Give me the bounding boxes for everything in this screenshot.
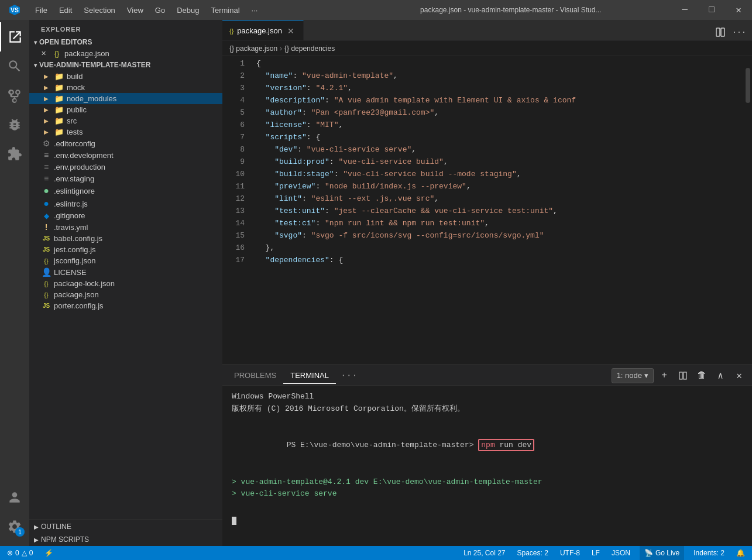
tree-item-node-modules[interactable]: ▶ 📁 node_modules	[29, 93, 222, 104]
tree-item-package-lock[interactable]: {} package-lock.json	[29, 278, 222, 289]
new-terminal-button[interactable]: +	[656, 367, 672, 384]
split-editor-button[interactable]	[712, 24, 729, 40]
tree-item-babel[interactable]: JS babel.config.js	[29, 233, 222, 244]
maximize-panel-button[interactable]: ∧	[712, 367, 729, 384]
tree-item-license[interactable]: 👤 LICENSE	[29, 266, 222, 278]
status-sync[interactable]: ⚡	[42, 546, 56, 560]
breadcrumb: {} package.json › {} dependencies	[222, 41, 752, 56]
maximize-button[interactable]: □	[698, 0, 725, 20]
outline-chevron: ▶	[34, 524, 39, 530]
tree-item-travis[interactable]: ! .travis.yml	[29, 221, 222, 233]
go-live-button[interactable]: 📡 Go Live	[640, 546, 684, 560]
terminal-selector[interactable]: 1: node ▾	[612, 368, 654, 383]
project-header[interactable]: ▾ VUE-ADMIN-TEMPLATE-MASTER	[29, 59, 222, 71]
tree-item-env-prod[interactable]: ≡ .env.production	[29, 161, 222, 173]
tab-package-json[interactable]: {} package.json ✕	[222, 20, 304, 40]
sidebar-header: EXPLORER	[29, 20, 222, 36]
activity-accounts[interactable]	[0, 483, 29, 512]
terminal-content[interactable]: Windows PowerShell 版权所有 (C) 2016 Microso…	[222, 386, 752, 546]
code-content[interactable]: { "name": "vue-admin-template", "version…	[252, 56, 744, 365]
tree-item-mock[interactable]: ▶ 📁 mock	[29, 82, 222, 93]
term-prompt-line: PS E:\vue-demo\vue-admin-template-master…	[232, 427, 743, 463]
open-editors-header[interactable]: ▾ OPEN EDITORS	[29, 36, 222, 48]
menu-more[interactable]: ···	[246, 4, 264, 17]
activity-explorer[interactable]	[0, 22, 29, 51]
code-editor[interactable]: 12345 678910 1112131415 1617 { "name": "…	[222, 56, 752, 365]
tree-item-package-json[interactable]: {} package.json	[29, 289, 222, 300]
indents-label: Indents: 2	[693, 549, 724, 557]
menu-file[interactable]: File	[29, 4, 53, 17]
more-actions-button[interactable]: ···	[731, 24, 747, 40]
tree-item-tests[interactable]: ▶ 📁 tests	[29, 126, 222, 138]
tree-item-label: .gitignore	[54, 211, 85, 220]
close-editor-icon[interactable]: ✕	[41, 50, 49, 57]
svg-rect-3	[721, 28, 724, 36]
folder-icon: 📁	[54, 72, 64, 81]
tab-terminal[interactable]: TERMINAL	[283, 367, 336, 384]
tab-problems[interactable]: PROBLEMS	[227, 367, 283, 383]
status-encoding[interactable]: UTF-8	[558, 546, 582, 560]
menu-view[interactable]: View	[121, 4, 149, 17]
activity-source-control[interactable]	[0, 81, 29, 110]
open-editor-package-json[interactable]: ✕ {} package.json	[29, 48, 222, 59]
tab-close-button[interactable]: ✕	[286, 26, 296, 36]
tree-item-build[interactable]: ▶ 📁 build	[29, 71, 222, 82]
activity-extensions[interactable]	[0, 139, 29, 169]
antenna-icon: 📡	[644, 549, 653, 557]
scrollbar[interactable]	[744, 56, 752, 365]
chevron-right-icon: ▶	[41, 73, 51, 80]
tree-item-env-staging[interactable]: ≡ .env.staging	[29, 173, 222, 184]
status-eol[interactable]: LF	[589, 546, 602, 560]
outline-section[interactable]: ▶ OUTLINE	[29, 520, 222, 533]
scrollbar-thumb[interactable]	[746, 68, 750, 103]
menu-terminal[interactable]: Terminal	[205, 4, 245, 17]
sidebar: EXPLORER ▾ OPEN EDITORS ✕ {} package.jso…	[29, 20, 222, 546]
code-line: "author": "Pan <panfree23@gmail.com>",	[252, 106, 744, 119]
lines-icon: ≡	[41, 162, 51, 171]
tree-item-public[interactable]: ▶ 📁 public	[29, 104, 222, 115]
error-count: 0	[15, 549, 19, 557]
js-icon: JS	[41, 235, 51, 242]
editor-area: {} package.json ✕ ··· {} package.json › …	[222, 20, 752, 546]
code-line: "scripts": {	[252, 131, 744, 143]
term-output-line: > vue-cli-service serve	[232, 488, 743, 500]
menu-bar: File Edit Selection View Go Debug Termin…	[29, 4, 351, 17]
tree-item-env-dev[interactable]: ≡ .env.development	[29, 149, 222, 161]
code-line: },	[252, 242, 744, 254]
tree-item-editorconfig[interactable]: ⚙ .editorconfig	[29, 138, 222, 149]
npm-scripts-section[interactable]: ▶ NPM SCRIPTS	[29, 533, 222, 546]
chevron-right-icon: ▶	[41, 95, 51, 102]
status-language[interactable]: JSON	[609, 546, 633, 560]
tree-item-porter[interactable]: JS porter.config.js	[29, 300, 222, 311]
tree-item-jsconfig[interactable]: {} jsconfig.json	[29, 255, 222, 266]
sidebar-content: ▾ OPEN EDITORS ✕ {} package.json ▾ VUE-A…	[29, 36, 222, 520]
lines-icon: ≡	[41, 174, 51, 183]
status-ln-col[interactable]: Ln 25, Col 27	[461, 546, 507, 560]
tab-actions: ···	[708, 24, 752, 40]
tree-item-src[interactable]: ▶ 📁 src	[29, 115, 222, 126]
code-line: "name": "vue-admin-template",	[252, 70, 744, 82]
minimize-button[interactable]: ─	[671, 0, 698, 20]
tree-item-eslintrc[interactable]: ● .eslintrc.js	[29, 197, 222, 210]
close-button[interactable]: ✕	[725, 0, 752, 20]
menu-go[interactable]: Go	[149, 4, 171, 17]
activity-debug[interactable]	[0, 110, 29, 139]
status-spaces[interactable]: Spaces: 2	[515, 546, 551, 560]
tree-item-eslintignore[interactable]: ● .eslintignore	[29, 184, 222, 197]
split-terminal-button[interactable]	[675, 367, 691, 384]
tree-item-jest[interactable]: JS jest.config.js	[29, 244, 222, 255]
status-indents[interactable]: Indents: 2	[691, 546, 727, 560]
panel-more-button[interactable]: ···	[336, 367, 362, 384]
menu-edit[interactable]: Edit	[53, 4, 78, 17]
tree-item-label: package.json	[54, 290, 99, 299]
activity-search[interactable]	[0, 51, 29, 81]
menu-selection[interactable]: Selection	[78, 4, 121, 17]
menu-debug[interactable]: Debug	[171, 4, 205, 17]
tree-item-gitignore[interactable]: ◆ .gitignore	[29, 210, 222, 221]
status-errors[interactable]: ⊗ 0 △ 0	[5, 546, 35, 560]
tree-item-label: .env.development	[54, 151, 114, 160]
status-notifications[interactable]: 🔔	[734, 546, 747, 560]
kill-terminal-button[interactable]: 🗑	[693, 367, 710, 384]
close-panel-button[interactable]: ✕	[731, 367, 747, 384]
activity-settings[interactable]: 1	[0, 512, 29, 541]
